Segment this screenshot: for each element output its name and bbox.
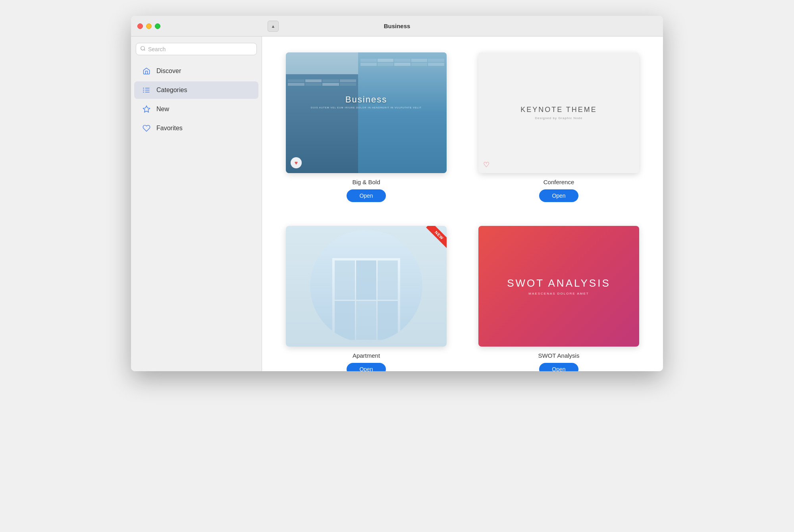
swot-title: SWOT ANALYSIS (507, 277, 611, 289)
app-window: ▲ Business (131, 16, 663, 371)
collapse-button[interactable]: ▲ (268, 21, 279, 32)
sidebar: Discover Categories (131, 37, 262, 371)
sidebar-item-new[interactable]: New (134, 100, 258, 118)
card-info-big-bold: Big & Bold Open (347, 179, 385, 202)
svg-point-7 (143, 92, 144, 93)
main-area: Discover Categories (131, 37, 663, 371)
traffic-lights (131, 23, 160, 29)
thumb-inner: Business DUIS AUTEM VEL EUM IRIURE DOLOR… (286, 52, 447, 173)
sidebar-item-discover-label: Discover (156, 67, 181, 75)
card-label-big-bold: Big & Bold (352, 179, 380, 185)
template-thumb-swot[interactable]: SWOT ANALYSIS MAESCENAS DOLORE AMET (478, 226, 639, 347)
template-thumb-big-bold[interactable]: Business DUIS AUTEM VEL EUM IRIURE DOLOR… (286, 52, 447, 173)
business-text-overlay: Business DUIS AUTEM VEL EUM IRIURE DOLOR… (286, 94, 447, 109)
apt-building-shape (332, 258, 400, 343)
keynote-title: KEYNOTE THEME (520, 106, 597, 114)
card-label-conference: Conference (543, 179, 574, 185)
new-badge: NEW (419, 226, 447, 254)
template-card-swot: SWOT ANALYSIS MAESCENAS DOLORE AMET SWOT… (478, 226, 639, 371)
search-icon (140, 46, 146, 52)
keynote-subtitle: Designed by Graphic Node (520, 116, 597, 120)
template-card-apartment: NEW Apartment Open (286, 226, 447, 371)
maximize-button[interactable] (155, 23, 160, 29)
title-bar: ▲ Business (131, 16, 663, 37)
windows-grid (358, 56, 447, 68)
business-thumb-title: Business (286, 94, 447, 105)
sidebar-item-categories[interactable]: Categories (134, 81, 258, 99)
sky-bg: Business DUIS AUTEM VEL EUM IRIURE DOLOR… (286, 52, 447, 173)
svg-marker-8 (143, 106, 150, 112)
open-button-swot[interactable]: Open (539, 363, 578, 372)
star-icon (142, 105, 151, 114)
sidebar-item-favorites-label: Favorites (156, 125, 183, 132)
apt-windows (332, 258, 400, 343)
open-button-conference[interactable]: Open (539, 189, 578, 202)
search-container (131, 43, 262, 62)
apt-bg (310, 230, 423, 343)
template-card-big-bold: Business DUIS AUTEM VEL EUM IRIURE DOLOR… (286, 52, 447, 202)
template-thumb-conference[interactable]: KEYNOTE THEME Designed by Graphic Node ♡ (478, 52, 639, 173)
svg-point-0 (141, 46, 145, 50)
business-thumb-subtitle: DUIS AUTEM VEL EUM IRIURE DOLOR IN HENDR… (286, 106, 447, 109)
sidebar-item-new-label: New (156, 106, 169, 113)
sidebar-item-categories-label: Categories (156, 87, 187, 94)
card-info-swot: SWOT Analysis Open (538, 352, 580, 372)
swot-content: SWOT ANALYSIS MAESCENAS DOLORE AMET (507, 277, 611, 295)
swot-subtitle: MAESCENAS DOLORE AMET (507, 292, 611, 295)
card-info-apartment: Apartment Open (347, 352, 385, 372)
heart-icon (142, 124, 151, 133)
heart-outline-badge[interactable]: ♡ (483, 161, 490, 168)
minimize-button[interactable] (146, 23, 152, 29)
card-info-conference: Conference Open (539, 179, 578, 202)
new-badge-text: NEW (426, 226, 447, 249)
content-area: Business DUIS AUTEM VEL EUM IRIURE DOLOR… (262, 37, 663, 371)
svg-line-1 (144, 50, 145, 51)
open-button-apartment[interactable]: Open (347, 363, 385, 372)
sidebar-item-discover[interactable]: Discover (134, 62, 258, 80)
card-label-swot: SWOT Analysis (538, 352, 580, 359)
windows-grid2 (286, 77, 358, 88)
search-input[interactable] (148, 46, 252, 52)
open-button-big-bold[interactable]: Open (347, 189, 385, 202)
template-card-conference: KEYNOTE THEME Designed by Graphic Node ♡… (478, 52, 639, 202)
home-icon (142, 67, 151, 75)
sidebar-item-favorites[interactable]: Favorites (134, 120, 258, 137)
svg-point-5 (143, 88, 144, 89)
svg-point-6 (143, 90, 144, 91)
building-back (358, 52, 447, 173)
close-button[interactable] (137, 23, 143, 29)
window-title: Business (384, 23, 410, 29)
card-label-apartment: Apartment (353, 352, 380, 359)
keynote-content: KEYNOTE THEME Designed by Graphic Node (520, 106, 597, 120)
apt-circle (310, 230, 423, 343)
heart-badge[interactable]: ♥ (291, 157, 302, 168)
template-thumb-apartment[interactable]: NEW (286, 226, 447, 347)
search-wrap[interactable] (136, 43, 257, 55)
list-icon (142, 86, 151, 94)
